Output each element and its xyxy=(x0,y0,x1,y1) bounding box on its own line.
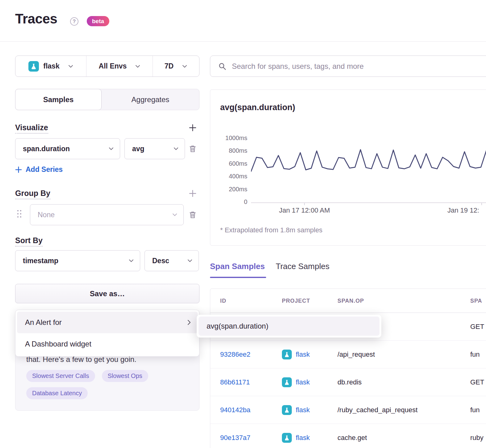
add-series-button[interactable]: Add Series xyxy=(15,165,63,174)
group-by-label: Group By xyxy=(15,189,50,199)
y-tick-label: 0 xyxy=(210,199,247,205)
x-tick-label: Jan 17 12:00 AM xyxy=(274,206,335,214)
table-row: 940142baflask/ruby_cached_api_requestfun xyxy=(210,396,486,424)
menu-item-label: An Alert for xyxy=(25,318,62,327)
flask-project-icon xyxy=(28,61,39,72)
suggestion-pill-slowest-server-calls[interactable]: Slowest Server Calls xyxy=(26,370,95,382)
delete-visualize-button[interactable] xyxy=(188,143,198,154)
table-row: 86b61171flaskdb.redisGET xyxy=(210,368,486,396)
column-header-id: ID xyxy=(220,297,226,304)
menu-item-an-alert-for[interactable]: An Alert for xyxy=(17,312,198,333)
search-bar xyxy=(210,56,486,77)
add-series-label: Add Series xyxy=(26,165,63,174)
delete-group-by-button[interactable] xyxy=(188,209,198,220)
span-id-link[interactable]: 90e137a7 xyxy=(220,434,250,442)
beta-badge: beta xyxy=(87,16,109,26)
sort-direction-select[interactable]: Desc xyxy=(145,250,199,271)
help-icon[interactable]: ? xyxy=(70,17,78,26)
table-header-row: IDPROJECTSPAN.OPSPA xyxy=(210,289,486,313)
date-range-selector[interactable]: 7D xyxy=(153,56,199,77)
environment-selector[interactable]: All Envs xyxy=(86,56,153,77)
span-description-cell: GET xyxy=(470,323,484,331)
mode-tabs: Samples Aggregates xyxy=(15,89,199,110)
save-as-submenu: avg(span.duration) xyxy=(197,315,381,338)
sort-field-select[interactable]: timestamp xyxy=(15,250,140,271)
tab-aggregates[interactable]: Aggregates xyxy=(102,89,199,110)
y-tick-label: 1000ms xyxy=(210,135,247,141)
project-link-label: flask xyxy=(296,406,310,414)
project-link-label: flask xyxy=(296,378,310,386)
group-by-placeholder: None xyxy=(38,211,55,219)
submenu-item-avg-span-duration[interactable]: avg(span.duration) xyxy=(199,317,379,336)
tab-trace-samples[interactable]: Trace Samples xyxy=(276,262,329,271)
span-id-link[interactable]: 86b61171 xyxy=(220,378,250,386)
menu-item-a-dashboard-widget[interactable]: A Dashboard widget xyxy=(17,333,198,355)
project-cell[interactable]: flask xyxy=(282,405,310,415)
span-description-cell: fun xyxy=(470,351,480,359)
project-cell[interactable]: flask xyxy=(282,433,310,443)
column-header-project: PROJECT xyxy=(282,297,310,304)
project-cell[interactable]: flask xyxy=(282,377,310,387)
y-tick-label: 800ms xyxy=(210,147,247,154)
span-samples-table: IDPROJECTSPAN.OPSPA GET93286ee2flask/api… xyxy=(210,288,486,448)
add-group-by-button[interactable] xyxy=(188,189,198,198)
group-by-select[interactable]: None xyxy=(30,204,184,225)
sort-by-label: Sort By xyxy=(15,236,43,247)
chart-y-axis: 1000ms800ms600ms400ms200ms0 xyxy=(210,135,247,205)
y-tick-label: 400ms xyxy=(210,173,247,179)
span-description-cell: GET xyxy=(470,378,484,386)
span-op-cell: db.redis xyxy=(337,378,362,386)
span-op-cell: /api_request xyxy=(337,351,375,359)
chevron-down-icon xyxy=(174,147,178,150)
add-visualize-button[interactable] xyxy=(188,123,198,133)
project-link-label: flask xyxy=(296,434,310,442)
visualize-aggregate-value: avg xyxy=(132,145,145,153)
chevron-down-icon xyxy=(187,259,192,262)
chevron-down-icon xyxy=(68,65,73,68)
tab-span-samples[interactable]: Span Samples xyxy=(210,262,265,271)
chevron-right-icon xyxy=(187,320,191,325)
drag-handle[interactable] xyxy=(17,210,22,219)
project-cell[interactable]: flask xyxy=(282,350,310,359)
visualize-field-select[interactable]: span.duration xyxy=(15,138,120,159)
top-bar: Traces ? beta xyxy=(0,0,486,42)
environment-selector-label: All Envs xyxy=(99,62,127,70)
search-input[interactable] xyxy=(232,62,486,71)
table-row: 90e137a7flaskcache.getruby xyxy=(210,424,486,448)
suggestion-pill-database-latency[interactable]: Database Latency xyxy=(26,387,88,399)
flask-project-icon xyxy=(282,405,292,415)
project-selector[interactable]: flask xyxy=(15,56,86,77)
chevron-down-icon xyxy=(172,213,177,216)
tab-samples[interactable]: Samples xyxy=(15,89,102,110)
flask-project-icon xyxy=(282,350,292,359)
chart-line xyxy=(251,150,486,172)
chevron-down-icon xyxy=(129,259,134,262)
sort-direction-value: Desc xyxy=(152,257,169,265)
project-link-label: flask xyxy=(296,351,310,359)
page-title: Traces xyxy=(15,11,57,27)
chart-card: avg(span.duration) 1000ms800ms600ms400ms… xyxy=(210,89,486,246)
span-id-link[interactable]: 940142ba xyxy=(220,406,250,414)
search-icon xyxy=(218,62,226,70)
chart-x-axis-line xyxy=(251,202,486,203)
flask-project-icon xyxy=(282,433,292,443)
span-id-link[interactable]: 93286ee2 xyxy=(220,351,250,359)
project-selector-label: flask xyxy=(43,62,59,70)
chevron-down-icon xyxy=(109,147,114,150)
menu-item-label: A Dashboard widget xyxy=(25,340,91,348)
visualize-label: Visualize xyxy=(15,123,48,134)
y-tick-label: 600ms xyxy=(210,160,247,167)
traces-page: Traces ? beta flask All Envs 7D xyxy=(0,0,486,448)
chart-footnote: * Extrapolated from 1.8m samples xyxy=(220,226,322,234)
visualize-aggregate-select[interactable]: avg xyxy=(124,138,185,159)
suggestion-pill-slowest-ops[interactable]: Slowest Ops xyxy=(102,370,148,382)
chevron-down-icon xyxy=(182,65,187,68)
visualize-field-value: span.duration xyxy=(23,145,70,153)
span-op-cell: cache.get xyxy=(337,434,367,442)
chart-plot[interactable] xyxy=(251,136,486,202)
save-as-button[interactable]: Save as… xyxy=(15,284,199,303)
y-tick-label: 200ms xyxy=(210,186,247,192)
active-tab-underline xyxy=(210,277,266,278)
chevron-down-icon xyxy=(135,65,140,68)
column-header-spa: SPA xyxy=(470,297,482,304)
